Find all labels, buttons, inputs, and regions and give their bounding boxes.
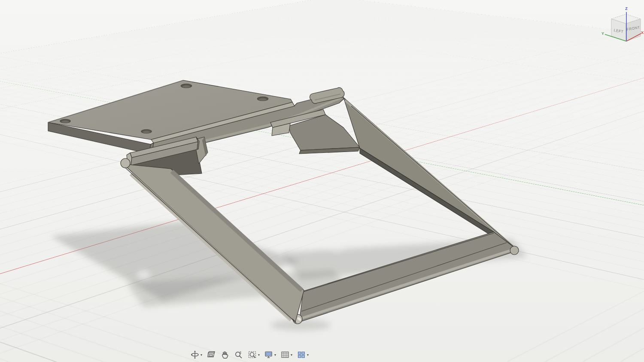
viewports-button[interactable]: ▾	[296, 350, 310, 360]
svg-text:±: ±	[240, 350, 242, 354]
x-axis-label: X	[641, 30, 644, 35]
viewcube[interactable]: LEFT FRONT Z Y X	[0, 0, 644, 362]
fit-icon	[248, 350, 257, 359]
viewport-canvas[interactable]: LEFT FRONT Z Y X ▾	[0, 0, 644, 362]
zoom-icon: ±	[234, 350, 243, 359]
pan-icon	[220, 350, 230, 359]
orbit-icon	[190, 350, 200, 359]
fit-button[interactable]: ▾	[247, 350, 261, 360]
y-axis-label: Y	[601, 31, 604, 36]
dropdown-caret[interactable]: ▾	[274, 353, 276, 357]
viewports-icon	[297, 350, 306, 359]
look-at-button[interactable]	[206, 350, 217, 360]
grid-and-snaps-icon	[280, 350, 290, 359]
dropdown-caret[interactable]: ▾	[200, 353, 202, 357]
orbit-button[interactable]: ▾	[189, 350, 203, 360]
dropdown-caret[interactable]: ▾	[307, 353, 309, 357]
look-at-icon	[207, 350, 216, 359]
zoom-button[interactable]: ±	[233, 350, 244, 360]
display-settings-icon	[264, 350, 273, 359]
pan-button[interactable]	[219, 350, 231, 360]
navigation-toolbar: ▾ ±	[189, 349, 310, 361]
z-axis-label: Z	[625, 6, 628, 11]
dropdown-caret[interactable]: ▾	[291, 353, 292, 357]
dropdown-caret[interactable]: ▾	[258, 353, 260, 357]
grid-and-snaps-button[interactable]: ▾	[279, 350, 293, 360]
display-settings-button[interactable]: ▾	[263, 350, 277, 360]
